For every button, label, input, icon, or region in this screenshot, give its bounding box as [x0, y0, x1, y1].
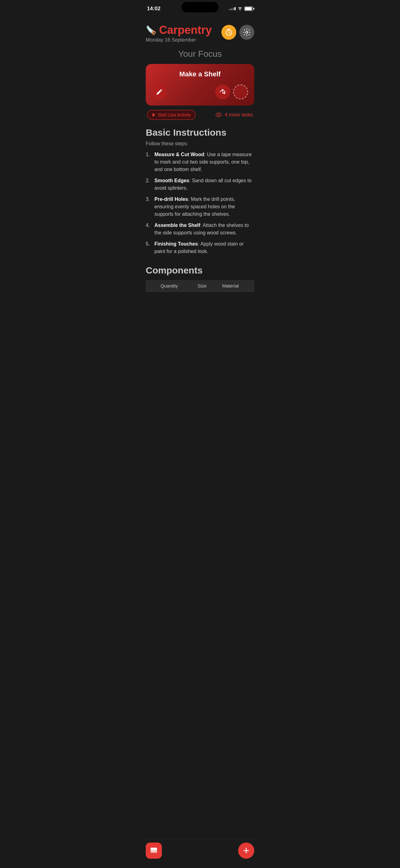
svg-point-1 — [246, 31, 248, 34]
instructions-intro: Follow these steps: — [146, 141, 254, 147]
more-tasks-label: 4 more tasks — [225, 112, 253, 118]
svg-point-4 — [218, 114, 220, 116]
focus-section: Your Focus Make a Shelf — [139, 46, 261, 120]
list-num: 5. — [146, 240, 152, 255]
list-item: 5. Finishing Touches: Apply wood stain o… — [146, 240, 254, 255]
list-item: 2. Smooth Edges: Sand down all cut edges… — [146, 177, 254, 192]
pencil-icon — [156, 89, 163, 95]
list-item: 1. Measure & Cut Wood: Use a tape measur… — [146, 151, 254, 173]
circle-button[interactable] — [233, 85, 248, 99]
bottom-spacer — [139, 292, 261, 329]
timer-button[interactable] — [222, 25, 236, 40]
table-header-size: Size — [194, 280, 218, 292]
app-header: 🪚 Carpentry Monday 16 September — [139, 18, 261, 46]
dynamic-island — [181, 2, 219, 12]
list-text: Smooth Edges: Sand down all cut edges to… — [155, 177, 254, 192]
focus-heading: Your Focus — [146, 49, 254, 59]
gear-icon — [243, 28, 251, 36]
components-heading: Components — [146, 265, 254, 276]
table-header-name — [146, 280, 157, 292]
settings-button[interactable] — [239, 25, 254, 40]
list-text: Pre-drill Holes: Mark the drill points, … — [155, 195, 254, 218]
clock-icon — [225, 28, 233, 36]
play-icon — [152, 113, 156, 117]
app-subtitle: Monday 16 September — [146, 37, 212, 43]
focus-card-title: Make a Shelf — [152, 70, 248, 78]
instructions-heading: Basic Instructions — [146, 127, 254, 138]
list-num: 4. — [146, 222, 152, 237]
list-item: 3. Pre-drill Holes: Mark the drill point… — [146, 195, 254, 218]
share-button[interactable] — [215, 85, 230, 99]
components-table: Quantity Size Material — [146, 280, 254, 292]
status-icons — [229, 6, 253, 11]
app-title-row: 🪚 Carpentry — [146, 24, 212, 37]
more-tasks-button[interactable]: 4 more tasks — [215, 112, 253, 118]
instructions-section: Basic Instructions Follow these steps: 1… — [139, 120, 261, 255]
list-text: Measure & Cut Wood: Use a tape measure t… — [155, 151, 254, 173]
list-num: 1. — [146, 151, 152, 173]
card-right-buttons — [215, 85, 248, 99]
header-buttons — [222, 25, 254, 40]
battery-icon — [244, 6, 253, 11]
edit-button[interactable] — [152, 85, 167, 99]
list-text: Finishing Touches: Apply wood stain or p… — [155, 240, 254, 255]
list-text: Assemble the Shelf: Attach the shelves t… — [155, 222, 254, 237]
app-title-section: 🪚 Carpentry Monday 16 September — [146, 24, 212, 43]
focus-card-bottom: Start Live Activity 4 more tasks — [146, 110, 254, 120]
saw-icon: 🪚 — [146, 25, 157, 35]
list-num: 2. — [146, 177, 152, 192]
app-title: Carpentry — [159, 24, 212, 37]
list-num: 3. — [146, 195, 152, 218]
table-header-material: Material — [218, 280, 254, 292]
status-time: 14:02 — [147, 6, 160, 12]
instructions-list: 1. Measure & Cut Wood: Use a tape measur… — [146, 151, 254, 255]
live-activity-label: Start Live Activity — [158, 113, 191, 117]
focus-card-actions — [152, 85, 248, 99]
list-item: 4. Assemble the Shelf: Attach the shelve… — [146, 222, 254, 237]
focus-card: Make a Shelf — [146, 64, 254, 105]
svg-point-3 — [216, 113, 222, 117]
eye-icon — [215, 113, 222, 117]
share-icon — [219, 89, 226, 95]
live-activity-button[interactable]: Start Live Activity — [147, 110, 196, 120]
signal-icon — [229, 7, 236, 10]
wifi-icon — [237, 6, 242, 11]
table-header-quantity: Quantity — [157, 280, 194, 292]
components-section: Components Quantity Size Material — [139, 259, 261, 292]
